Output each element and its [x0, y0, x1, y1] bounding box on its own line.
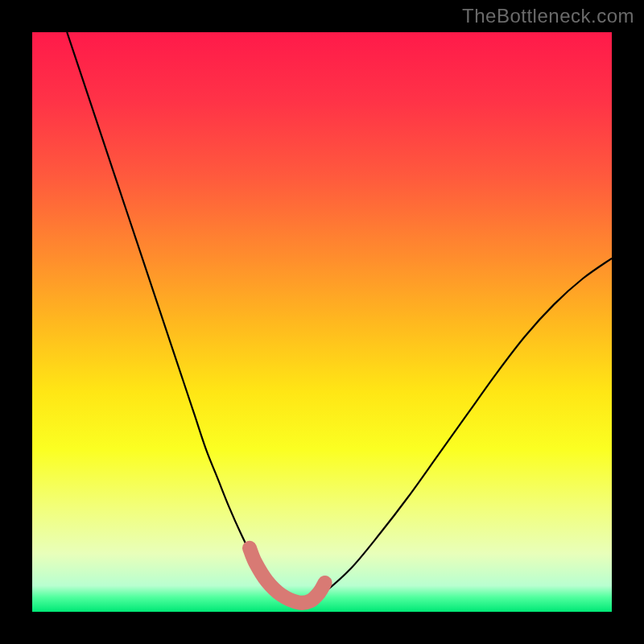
series-bottleneck-curve	[67, 32, 612, 603]
chart-curves	[32, 32, 612, 612]
series-highlight-region	[250, 548, 325, 603]
plot-area	[32, 32, 612, 612]
watermark-text: TheBottleneck.com	[462, 5, 634, 27]
